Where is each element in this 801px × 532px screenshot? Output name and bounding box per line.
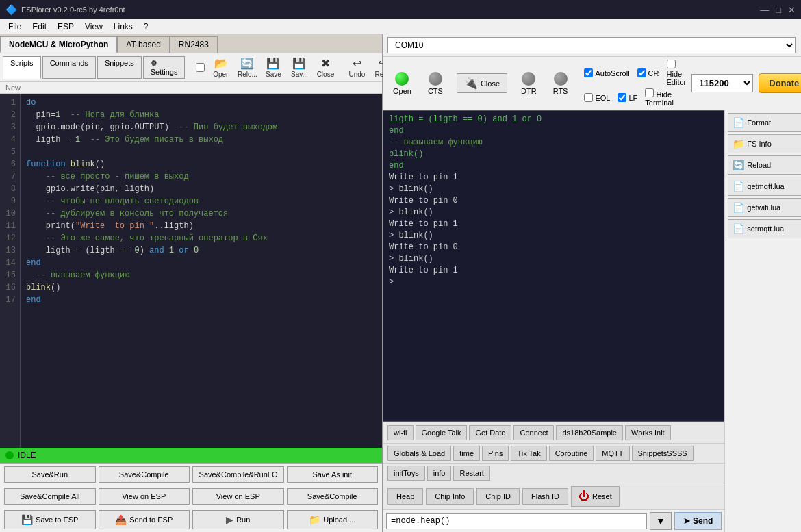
checkbox-new[interactable]	[196, 63, 205, 72]
btn-save-to-esp[interactable]: 💾 Save to ESP	[4, 510, 96, 529]
cr-checkbox[interactable]	[637, 68, 646, 77]
btn-chip-info[interactable]: Chip Info	[426, 488, 474, 505]
btn-save-compile[interactable]: Save&Compile	[99, 466, 190, 483]
tab-rn2483[interactable]: RN2483	[170, 36, 218, 53]
hide-terminal-checkbox-wrap[interactable]: Hide Terminal	[645, 88, 686, 107]
cts-button[interactable]: CTS	[422, 71, 448, 97]
btn-save-compile-all[interactable]: Save&Compile All	[4, 488, 96, 505]
donate-button[interactable]: Donate	[759, 73, 801, 93]
btn-view-esp-1[interactable]: View on ESP	[99, 488, 190, 505]
terminal[interactable]: ligth = (ligth == 0) and 1 or 0 end -- в…	[383, 110, 724, 422]
tab-settings[interactable]: ⚙ Settings	[143, 56, 186, 79]
autoscroll-checkbox[interactable]	[584, 68, 593, 77]
script-globals-load[interactable]: Globals & Load	[387, 446, 451, 461]
script-pins[interactable]: Pins	[482, 446, 509, 461]
menu-links[interactable]: Links	[108, 21, 138, 33]
baud-rate-select[interactable]: 115200 9600 57600	[691, 74, 753, 92]
toolbar-saveas[interactable]: 💾Sav...	[287, 55, 312, 79]
script-ds18b20[interactable]: ds18b20Sample	[556, 425, 623, 440]
btn-heap[interactable]: Heap	[387, 488, 423, 505]
close-button[interactable]: ✕	[788, 5, 796, 15]
open-button[interactable]: Open	[387, 71, 417, 97]
hide-editor-checkbox-wrap[interactable]: Hide Editor	[667, 60, 687, 86]
command-input[interactable]	[386, 513, 647, 529]
scroll-down-button[interactable]: ▼	[650, 512, 672, 530]
btn-save-as-init[interactable]: Save As init	[287, 466, 379, 483]
status-bar: IDLE	[0, 448, 382, 463]
cts-indicator	[429, 72, 442, 86]
script-init-toys[interactable]: initToys	[387, 466, 425, 481]
script-wifi[interactable]: wi-fi	[387, 425, 414, 440]
code-editor-area: 1234567891011121314151617 do pin=1 -- Но…	[0, 94, 382, 448]
menu-edit[interactable]: Edit	[27, 21, 52, 33]
btn-save-run[interactable]: Save&Run	[4, 466, 96, 483]
script-tik-tak[interactable]: Tik Tak	[511, 446, 546, 461]
send-button[interactable]: ➤ Send	[674, 512, 722, 530]
hide-terminal-checkbox[interactable]	[645, 88, 654, 97]
btn-reset[interactable]: ⏻ Reset	[571, 486, 620, 507]
script-google-talk[interactable]: Google Talk	[416, 425, 468, 440]
autoscroll-label: AutoScroll	[595, 69, 629, 77]
toolbar-close[interactable]: ✖Close	[313, 55, 338, 79]
minimize-button[interactable]: —	[760, 5, 769, 15]
toolbar-reload[interactable]: 🔄Relo...	[235, 55, 259, 79]
close-button[interactable]: 🔌 Close	[457, 73, 507, 93]
toolbar-open[interactable]: 📂Open	[209, 55, 233, 79]
script-get-date[interactable]: Get Date	[469, 425, 511, 440]
sidebar-format[interactable]: 📄 Format	[728, 113, 801, 132]
toolbar-undo[interactable]: ↩Undo	[344, 55, 369, 79]
reload-icon: 🔄	[733, 160, 744, 170]
code-editor[interactable]: do pin=1 -- Нога для блинка gpio.mode(pi…	[21, 94, 382, 448]
script-mqtt[interactable]: MQTT	[596, 446, 629, 461]
toolbar-save[interactable]: 💾Save	[261, 55, 285, 79]
btn-run[interactable]: ▶ Run	[192, 510, 284, 529]
tab-snippets[interactable]: Snippets	[97, 56, 142, 79]
toolbar: Scripts Commands Snippets ⚙ Settings 📂Op…	[0, 53, 382, 82]
sidebar-getmqtt[interactable]: 📄 getmqtt.lua	[728, 177, 801, 196]
tab-scripts[interactable]: Scripts	[3, 56, 41, 79]
menu-esp[interactable]: ESP	[52, 21, 79, 33]
script-snippets[interactable]: SnippetsSSSS	[632, 446, 694, 461]
lf-checkbox[interactable]	[618, 93, 626, 102]
tab-commands[interactable]: Commands	[42, 56, 96, 79]
script-coroutine[interactable]: Coroutine	[549, 446, 594, 461]
hide-editor-checkbox[interactable]	[667, 60, 676, 68]
rts-label: RTS	[553, 87, 568, 95]
btn-chip-id[interactable]: Chip ID	[476, 488, 520, 505]
script-info[interactable]: info	[427, 466, 452, 481]
script-buttons-row3: initToys info Restart	[383, 463, 724, 483]
tab-nodemcu[interactable]: NodeMCU & MicroPython	[0, 36, 117, 53]
btn-send-to-esp[interactable]: 📤 Send to ESP	[99, 510, 190, 529]
fs-info-icon: 📁	[733, 138, 744, 149]
btn-upload[interactable]: 📁 Upload ...	[287, 510, 379, 529]
script-restart[interactable]: Restart	[453, 466, 490, 481]
rts-button[interactable]: RTS	[548, 71, 574, 97]
script-connect[interactable]: Connect	[513, 425, 554, 440]
btn-save-compile-run[interactable]: Save&Compile&RunLC	[192, 466, 284, 483]
eol-checkbox[interactable]	[584, 93, 593, 102]
sidebar-fs-info[interactable]: 📁 FS Info	[728, 134, 801, 153]
btn-save-compile-2[interactable]: Save&Compile	[287, 488, 379, 505]
sidebar-getwifi[interactable]: 📄 getwifi.lua	[728, 198, 801, 217]
rts-indicator	[554, 72, 568, 86]
open-label: Open	[393, 87, 411, 95]
tab-at[interactable]: AT-based	[117, 36, 169, 53]
window-controls: — □ ✕	[760, 5, 796, 15]
sidebar-setmqtt[interactable]: 📄 setmqtt.lua	[728, 219, 801, 238]
run-icon: ▶	[226, 514, 233, 525]
com-port-select[interactable]: COM10	[387, 37, 796, 53]
sidebar-reload[interactable]: 🔄 Reload	[728, 155, 801, 175]
com-header: COM10 ▼	[383, 34, 801, 57]
lf-row: EOL LF Hide Terminal	[584, 88, 686, 107]
menu-help[interactable]: ?	[138, 21, 154, 33]
maximize-button[interactable]: □	[776, 5, 781, 15]
btn-flash-id[interactable]: Flash ID	[522, 488, 568, 505]
btn-view-esp-2[interactable]: View on ESP	[192, 488, 284, 505]
menu-bar: File Edit ESP View Links ?	[0, 19, 801, 34]
script-time[interactable]: time	[453, 446, 480, 461]
save-to-esp-icon: 💾	[21, 514, 33, 525]
script-works-init[interactable]: Works Init	[625, 425, 671, 440]
dtr-button[interactable]: DTR	[516, 71, 542, 97]
menu-file[interactable]: File	[3, 21, 27, 33]
menu-view[interactable]: View	[79, 21, 108, 33]
